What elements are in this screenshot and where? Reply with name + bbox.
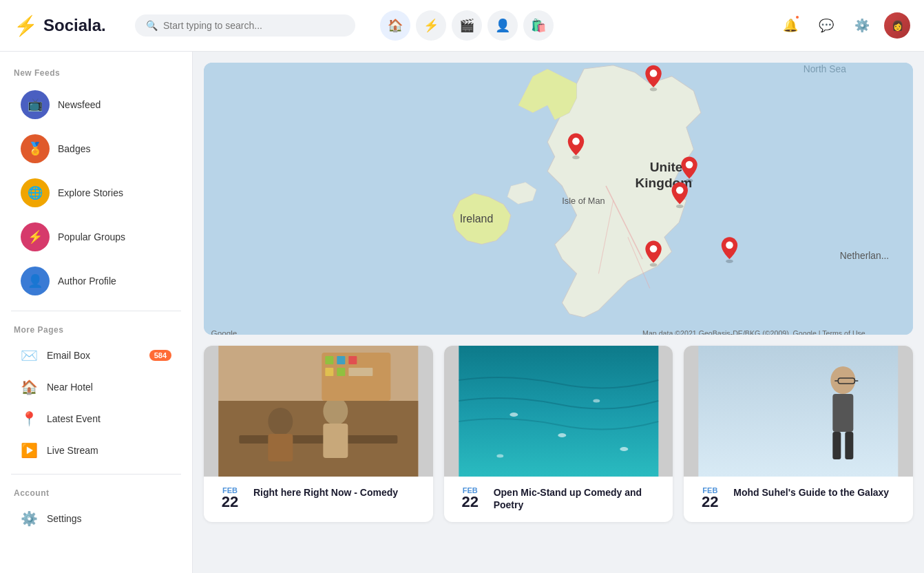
badges-label: Badges (58, 143, 90, 154)
sidebar-item-live-stream[interactable]: ▶️ Live Stream (7, 435, 185, 466)
card-day-2: 22 (702, 494, 718, 510)
svg-text:Map data ©2021 GeoBasis-DE/BKG: Map data ©2021 GeoBasis-DE/BKG (©2009), … (642, 329, 865, 335)
svg-rect-37 (348, 368, 372, 376)
email-box-badge: 584 (149, 350, 171, 361)
badges-icon: 🏅 (21, 134, 50, 163)
search-icon: 🔍 (146, 20, 158, 31)
card-date-0: FEB 22 (215, 486, 245, 510)
svg-point-42 (620, 447, 628, 451)
search-input[interactable] (163, 20, 344, 31)
sidebar-item-settings[interactable]: ⚙️ Settings (7, 503, 185, 534)
card-title-0: Right here Right Now - Comedy (253, 486, 398, 499)
svg-point-19 (650, 245, 658, 253)
svg-point-17 (676, 187, 684, 194)
header: ⚡ Sociala. 🔍 🏠 ⚡ 🎬 👤 🛍️ 🔔 💬 ⚙️ 👩 (0, 0, 924, 52)
notification-button[interactable]: 🔔 (777, 12, 804, 39)
card-body-0: FEB 22 Right here Right Now - Comedy (204, 477, 433, 521)
logo-text: Sociala. (43, 16, 106, 35)
svg-point-41 (593, 399, 600, 403)
card-body-2: FEB 22 Mohd Suhel's Guide to the Galaxy (684, 477, 913, 521)
svg-point-43 (496, 455, 503, 458)
svg-point-29 (323, 397, 348, 425)
svg-text:North Sea: North Sea (804, 64, 846, 74)
svg-rect-35 (325, 368, 333, 376)
svg-text:Ireland: Ireland (460, 213, 494, 225)
svg-point-40 (558, 433, 566, 437)
sidebar-item-email-box[interactable]: ✉️ Email Box 584 (7, 340, 185, 371)
svg-rect-28 (268, 434, 293, 461)
nav-shop-button[interactable]: 🛍️ (523, 10, 554, 41)
avatar[interactable]: 👩 (884, 12, 910, 39)
card-image-1 (444, 346, 673, 477)
svg-point-11 (650, 70, 658, 77)
svg-point-20 (726, 260, 733, 263)
svg-point-15 (686, 161, 693, 169)
search-bar: 🔍 (135, 14, 355, 37)
latest-event-icon: 📍 (21, 410, 37, 427)
card-body-1: FEB 22 Open Mic-Stand up Comedy and Poet… (444, 477, 673, 522)
live-stream-icon: ▶️ (21, 442, 37, 459)
svg-rect-30 (323, 424, 348, 458)
logo: ⚡ Sociala. (14, 14, 124, 37)
popular-groups-label: Popular Groups (58, 231, 125, 242)
card-date-2: FEB 22 (695, 486, 725, 510)
settings-button[interactable]: ⚙️ (848, 12, 876, 39)
newsfeed-label: Newsfeed (58, 99, 101, 110)
near-hotel-icon: 🏠 (21, 379, 37, 395)
card-date-1: FEB 22 (455, 486, 485, 510)
sidebar-item-latest-event[interactable]: 📍 Latest Event (7, 404, 185, 434)
settings-icon: ⚙️ (21, 510, 37, 527)
more-pages-label: More Pages (0, 320, 192, 339)
nav-home-button[interactable]: 🏠 (380, 10, 410, 41)
author-profile-icon: 👤 (21, 267, 50, 295)
explore-stories-icon: 🌐 (21, 178, 50, 207)
sidebar-item-explore-stories[interactable]: 🌐 Explore Stories (7, 171, 185, 214)
svg-point-14 (686, 179, 693, 183)
new-feeds-label: New Feeds (0, 63, 192, 82)
nav-video-button[interactable]: 🎬 (452, 10, 482, 41)
svg-point-39 (510, 413, 518, 417)
settings-label: Settings (47, 513, 171, 524)
nav-icons: 🏠 ⚡ 🎬 👤 🛍️ (380, 10, 554, 41)
svg-text:Isle of Man: Isle of Man (562, 196, 605, 206)
header-right: 🔔 💬 ⚙️ 👩 (777, 12, 910, 39)
logo-icon: ⚡ (14, 14, 38, 37)
author-profile-label: Author Profile (58, 275, 116, 286)
svg-point-12 (572, 156, 580, 159)
card-image-0 (204, 346, 433, 477)
svg-text:Google: Google (211, 329, 238, 335)
svg-point-10 (650, 87, 658, 91)
live-stream-label: Live Stream (47, 445, 171, 456)
svg-point-16 (676, 205, 684, 208)
email-box-icon: ✉️ (21, 347, 37, 364)
svg-rect-36 (337, 368, 345, 376)
sidebar: New Feeds 📺 Newsfeed 🏅 Badges 🌐 Explore … (0, 52, 193, 573)
event-card-1: FEB 22 Open Mic-Stand up Comedy and Poet… (444, 346, 673, 522)
nav-flash-button[interactable]: ⚡ (416, 10, 446, 41)
sidebar-item-near-hotel[interactable]: 🏠 Near Hotel (7, 372, 185, 402)
popular-groups-icon: ⚡ (21, 222, 50, 251)
card-title-2: Mohd Suhel's Guide to the Galaxy (733, 486, 889, 499)
sidebar-divider-2 (11, 474, 181, 475)
sidebar-item-popular-groups[interactable]: ⚡ Popular Groups (7, 216, 185, 258)
svg-rect-34 (348, 356, 357, 364)
svg-rect-26 (239, 435, 397, 444)
messages-button[interactable]: 💬 (812, 12, 840, 39)
card-day-1: 22 (461, 494, 478, 510)
event-card-2: FEB 22 Mohd Suhel's Guide to the Galaxy (684, 346, 913, 522)
svg-rect-46 (833, 394, 854, 432)
account-label: Account (0, 483, 192, 502)
sidebar-item-badges[interactable]: 🏅 Badges (7, 127, 185, 170)
svg-point-27 (268, 408, 293, 435)
svg-rect-32 (325, 356, 333, 364)
nav-person-button[interactable]: 👤 (487, 10, 518, 41)
near-hotel-label: Near Hotel (47, 382, 171, 393)
explore-stories-label: Explore Stories (58, 187, 123, 198)
svg-rect-44 (699, 346, 899, 477)
svg-rect-38 (459, 346, 658, 477)
sidebar-item-author-profile[interactable]: 👤 Author Profile (7, 260, 185, 302)
sidebar-item-newsfeed[interactable]: 📺 Newsfeed (7, 83, 185, 126)
svg-rect-48 (846, 432, 854, 459)
svg-text:Netherlan...: Netherlan... (840, 251, 889, 261)
card-title-1: Open Mic-Stand up Comedy and Poetry (494, 486, 662, 511)
